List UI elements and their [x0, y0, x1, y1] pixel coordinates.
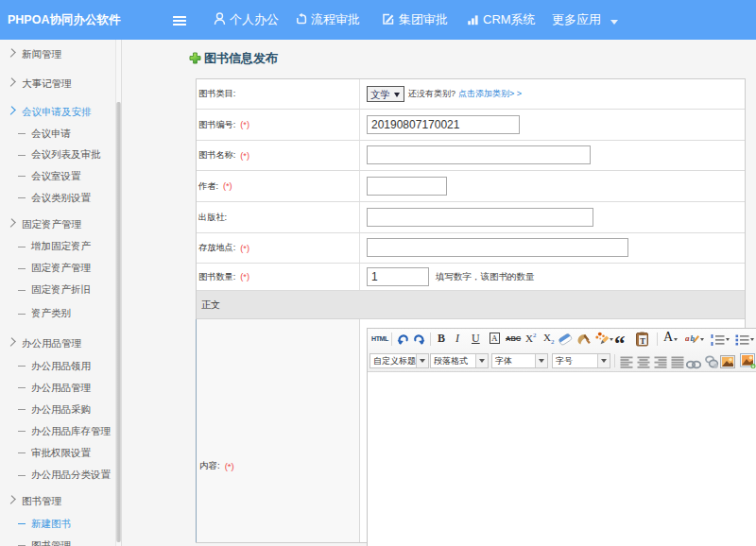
svg-text:T: T — [640, 336, 645, 346]
svg-text:a: a — [685, 333, 690, 343]
